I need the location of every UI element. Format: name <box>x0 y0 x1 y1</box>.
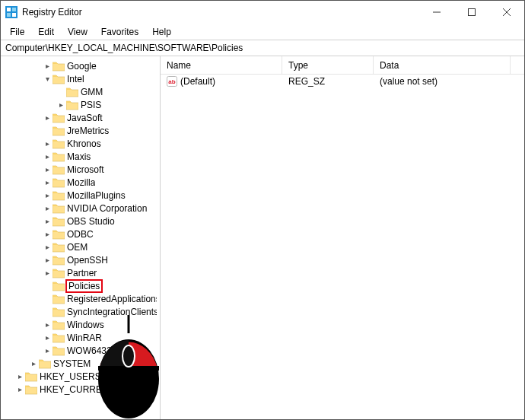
address-bar[interactable]: Computer\HKEY_LOCAL_MACHINE\SOFTWARE\Pol… <box>1 40 524 56</box>
tree-item[interactable]: ▸ODBC <box>1 228 160 240</box>
menu-edit[interactable]: Edit <box>32 25 60 39</box>
tree-item[interactable]: ▸MozillaPlugins <box>1 189 160 202</box>
chevron-right-icon[interactable]: ▸ <box>28 358 39 369</box>
maximize-button[interactable] <box>454 1 489 24</box>
tree-item-label: WinRAR <box>67 332 102 343</box>
svg-text:ab: ab <box>168 78 175 85</box>
list-col-name[interactable]: Name <box>161 56 282 74</box>
list-rows: ab(Default)REG_SZ(value not set) <box>161 75 524 88</box>
tree-item-label: JavaSoft <box>67 113 103 123</box>
tree-item[interactable]: Policies <box>1 279 160 292</box>
tree-item[interactable]: ▸OpenSSH <box>1 253 160 266</box>
folder-icon <box>52 320 65 330</box>
svg-rect-4 <box>12 13 16 17</box>
folder-icon <box>52 294 65 304</box>
menu-file[interactable]: File <box>4 25 30 39</box>
window-controls <box>419 1 524 24</box>
tree-item[interactable]: ▸NVIDIA Corporation <box>1 202 160 215</box>
app-icon <box>5 6 18 18</box>
tree-item[interactable]: ▸SYSTEM <box>1 357 160 370</box>
tree-item[interactable]: ▸JavaSoft <box>1 111 160 124</box>
list-cell-type: REG_SZ <box>282 76 374 87</box>
tree-item[interactable]: ▸Maxis <box>1 150 160 163</box>
chevron-right-icon[interactable]: ▸ <box>42 268 52 278</box>
chevron-right-icon[interactable]: ▸ <box>42 61 52 72</box>
chevron-right-icon[interactable]: ▸ <box>42 203 52 214</box>
tree-item[interactable]: ▸Windows <box>1 318 160 331</box>
list-pane[interactable]: Name Type Data ab(Default)REG_SZ(value n… <box>161 56 524 419</box>
chevron-right-icon[interactable]: ▸ <box>42 332 52 343</box>
tree-item-label: Windows <box>67 320 104 330</box>
tree-item-label: GMM <box>81 87 103 97</box>
tree-item[interactable]: ▸PSIS <box>1 98 160 111</box>
tree-item-label: Policies <box>65 279 103 293</box>
list-row[interactable]: ab(Default)REG_SZ(value not set) <box>161 75 524 88</box>
chevron-right-icon[interactable]: ▸ <box>14 384 25 395</box>
folder-icon <box>52 332 65 343</box>
chevron-right-icon[interactable]: ▸ <box>56 100 66 110</box>
tree-item-label: Mozilla <box>67 177 95 188</box>
tree-item[interactable]: ▸Mozilla <box>1 176 160 189</box>
folder-icon <box>52 151 65 162</box>
chevron-right-icon[interactable]: ▸ <box>42 164 52 175</box>
tree-item[interactable]: ▸OBS Studio <box>1 215 160 228</box>
chevron-right-icon[interactable]: ▸ <box>42 242 52 253</box>
folder-icon <box>52 307 65 317</box>
tree-item[interactable]: ▸OEM <box>1 240 160 253</box>
tree-item-label: OpenSSH <box>67 255 108 266</box>
chevron-right-icon[interactable]: ▸ <box>42 229 52 240</box>
tree-item[interactable]: ▸Khronos <box>1 137 160 150</box>
chevron-down-icon[interactable]: ▾ <box>42 74 52 84</box>
tree-root: ▸Google▾IntelGMM▸PSIS▸JavaSoftJreMetrics… <box>1 56 160 399</box>
folder-icon <box>52 345 65 356</box>
list-header: Name Type Data <box>161 56 524 75</box>
tree-item-label: SYSTEM <box>53 358 91 369</box>
tree-item[interactable]: ▸Microsoft <box>1 163 160 176</box>
tree-item[interactable]: ▸WinRAR <box>1 331 160 344</box>
titlebar: Registry Editor <box>1 1 524 24</box>
chevron-right-icon[interactable]: ▸ <box>42 216 52 227</box>
folder-icon <box>25 384 37 395</box>
close-button[interactable] <box>489 1 524 24</box>
folder-icon <box>52 229 65 240</box>
menu-help[interactable]: Help <box>146 25 177 39</box>
chevron-right-icon[interactable]: ▸ <box>14 371 25 382</box>
tree-item[interactable]: RegisteredApplications <box>1 292 160 305</box>
tree-item[interactable]: ▸WOW6432Node <box>1 344 160 357</box>
menu-favorites[interactable]: Favorites <box>95 25 145 39</box>
tree-item-label: Partner <box>67 268 97 278</box>
folder-icon <box>66 100 78 110</box>
chevron-right-icon[interactable]: ▸ <box>42 113 52 123</box>
value-name: (Default) <box>180 76 215 87</box>
tree-item[interactable]: ▸Partner <box>1 266 160 279</box>
chevron-right-icon[interactable]: ▸ <box>42 320 52 330</box>
list-col-type[interactable]: Type <box>282 56 374 74</box>
tree-scroll[interactable]: ▸Google▾IntelGMM▸PSIS▸JavaSoftJreMetrics… <box>1 56 160 419</box>
chevron-right-icon[interactable]: ▸ <box>42 151 52 162</box>
tree-item-label: RegisteredApplications <box>67 294 157 304</box>
tree-item[interactable]: ▸HKEY_USERS <box>1 370 160 383</box>
chevron-right-icon[interactable]: ▸ <box>42 177 52 188</box>
chevron-right-icon[interactable]: ▸ <box>42 138 52 149</box>
chevron-right-icon[interactable]: ▸ <box>42 255 52 266</box>
minimize-button[interactable] <box>419 1 454 24</box>
tree-item[interactable]: ▾Intel <box>1 72 160 85</box>
chevron-right-icon[interactable]: ▸ <box>42 345 52 356</box>
tree-item[interactable]: ▸HKEY_CURRENT_CONFIG <box>1 383 160 396</box>
list-col-data[interactable]: Data <box>374 56 511 74</box>
folder-icon <box>25 371 37 382</box>
tree-item[interactable]: JreMetrics <box>1 124 160 137</box>
tree-item-label: Microsoft <box>67 164 104 175</box>
svg-rect-3 <box>7 13 11 17</box>
folder-icon <box>52 255 65 266</box>
folder-icon <box>52 190 65 201</box>
tree-item[interactable]: GMM <box>1 85 160 98</box>
tree-item[interactable]: SyncIntegrationClients <box>1 305 160 318</box>
menu-view[interactable]: View <box>62 25 94 39</box>
tree-item-label: Intel <box>67 74 84 84</box>
tree-item[interactable]: ▸Google <box>1 59 160 72</box>
chevron-right-icon[interactable]: ▸ <box>42 190 52 201</box>
tree-item-label: MozillaPlugins <box>67 190 126 201</box>
folder-icon <box>52 164 65 175</box>
content-area: ▸Google▾IntelGMM▸PSIS▸JavaSoftJreMetrics… <box>1 56 524 419</box>
